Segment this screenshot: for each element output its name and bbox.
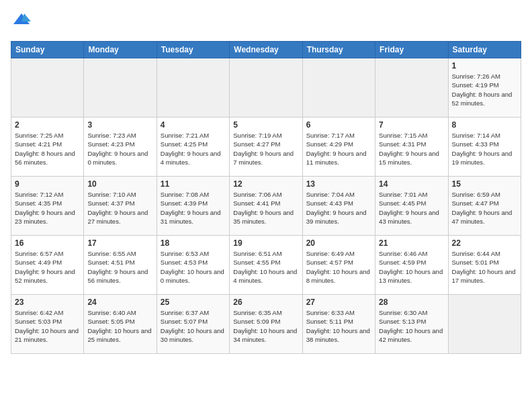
weekday-header-thursday: Thursday [302,42,375,58]
day-number: 5 [233,120,298,130]
day-number: 14 [379,179,444,189]
day-number: 7 [379,120,444,130]
calendar-cell [448,295,521,354]
day-info: Sunrise: 6:49 AM Sunset: 4:57 PM Dayligh… [306,249,371,285]
day-number: 26 [233,298,298,307]
calendar-cell: 7Sunrise: 7:15 AM Sunset: 4:31 PM Daylig… [375,118,448,177]
day-number: 19 [233,238,298,248]
day-number: 24 [87,298,152,307]
day-info: Sunrise: 6:33 AM Sunset: 5:11 PM Dayligh… [306,308,371,344]
day-number: 2 [15,120,80,130]
calendar-cell: 13Sunrise: 7:04 AM Sunset: 4:43 PM Dayli… [302,177,375,236]
day-info: Sunrise: 7:14 AM Sunset: 4:33 PM Dayligh… [452,131,517,167]
calendar-cell: 20Sunrise: 6:49 AM Sunset: 4:57 PM Dayli… [302,236,375,295]
day-info: Sunrise: 6:59 AM Sunset: 4:47 PM Dayligh… [452,190,517,226]
weekday-header-sunday: Sunday [11,42,84,58]
day-number: 12 [233,179,298,189]
calendar-cell [302,58,375,118]
day-number: 25 [161,298,226,307]
calendar-cell: 5Sunrise: 7:19 AM Sunset: 4:27 PM Daylig… [230,118,302,177]
day-number: 10 [87,179,152,189]
day-info: Sunrise: 7:06 AM Sunset: 4:41 PM Dayligh… [233,190,298,226]
day-number: 6 [306,120,371,130]
calendar-cell [11,58,84,118]
day-number: 8 [452,120,517,130]
weekday-header-monday: Monday [84,42,157,58]
day-info: Sunrise: 6:57 AM Sunset: 4:49 PM Dayligh… [15,249,80,285]
calendar-cell: 24Sunrise: 6:40 AM Sunset: 5:05 PM Dayli… [84,295,157,354]
calendar-cell: 3Sunrise: 7:23 AM Sunset: 4:23 PM Daylig… [84,118,157,177]
day-info: Sunrise: 6:40 AM Sunset: 5:05 PM Dayligh… [87,308,152,344]
day-info: Sunrise: 7:17 AM Sunset: 4:29 PM Dayligh… [306,131,371,167]
calendar-cell: 15Sunrise: 6:59 AM Sunset: 4:47 PM Dayli… [448,177,521,236]
calendar-header-row: SundayMondayTuesdayWednesdayThursdayFrid… [11,42,521,58]
calendar-cell: 18Sunrise: 6:53 AM Sunset: 4:53 PM Dayli… [157,236,229,295]
day-info: Sunrise: 6:37 AM Sunset: 5:07 PM Dayligh… [161,308,226,344]
calendar-cell: 2Sunrise: 7:25 AM Sunset: 4:21 PM Daylig… [11,118,84,177]
calendar-cell: 17Sunrise: 6:55 AM Sunset: 4:51 PM Dayli… [84,236,157,295]
day-info: Sunrise: 6:46 AM Sunset: 4:59 PM Dayligh… [379,249,444,285]
day-number: 20 [306,238,371,248]
day-number: 4 [161,120,226,130]
calendar-week-3: 9Sunrise: 7:12 AM Sunset: 4:35 PM Daylig… [11,177,521,236]
weekday-header-tuesday: Tuesday [157,42,229,58]
calendar-cell: 11Sunrise: 7:08 AM Sunset: 4:39 PM Dayli… [157,177,229,236]
day-number: 16 [15,238,80,248]
calendar-cell: 10Sunrise: 7:10 AM Sunset: 4:37 PM Dayli… [84,177,157,236]
day-number: 11 [161,179,226,189]
logo [11,11,31,33]
day-number: 22 [452,238,517,248]
day-number: 1 [452,61,517,71]
day-info: Sunrise: 6:30 AM Sunset: 5:13 PM Dayligh… [379,308,444,344]
day-number: 9 [15,179,80,189]
calendar-cell: 19Sunrise: 6:51 AM Sunset: 4:55 PM Dayli… [230,236,302,295]
day-number: 18 [161,238,226,248]
day-info: Sunrise: 7:10 AM Sunset: 4:37 PM Dayligh… [87,190,152,226]
calendar-cell: 27Sunrise: 6:33 AM Sunset: 5:11 PM Dayli… [302,295,375,354]
calendar-week-2: 2Sunrise: 7:25 AM Sunset: 4:21 PM Daylig… [11,118,521,177]
day-info: Sunrise: 7:19 AM Sunset: 4:27 PM Dayligh… [233,131,298,167]
calendar-week-5: 23Sunrise: 6:42 AM Sunset: 5:03 PM Dayli… [11,295,521,354]
day-info: Sunrise: 6:44 AM Sunset: 5:01 PM Dayligh… [452,249,517,285]
weekday-header-friday: Friday [375,42,448,58]
page-header [11,11,521,33]
weekday-header-saturday: Saturday [448,42,521,58]
weekday-header-wednesday: Wednesday [230,42,302,58]
calendar-cell: 6Sunrise: 7:17 AM Sunset: 4:29 PM Daylig… [302,118,375,177]
day-number: 3 [87,120,152,130]
day-info: Sunrise: 7:21 AM Sunset: 4:25 PM Dayligh… [161,131,226,167]
day-info: Sunrise: 7:25 AM Sunset: 4:21 PM Dayligh… [15,131,80,167]
calendar-cell: 26Sunrise: 6:35 AM Sunset: 5:09 PM Dayli… [230,295,302,354]
calendar-cell: 22Sunrise: 6:44 AM Sunset: 5:01 PM Dayli… [448,236,521,295]
day-info: Sunrise: 6:35 AM Sunset: 5:09 PM Dayligh… [233,308,298,344]
day-info: Sunrise: 7:04 AM Sunset: 4:43 PM Dayligh… [306,190,371,226]
day-info: Sunrise: 6:55 AM Sunset: 4:51 PM Dayligh… [87,249,152,285]
calendar-week-1: 1Sunrise: 7:26 AM Sunset: 4:19 PM Daylig… [11,58,521,118]
day-number: 23 [15,298,80,307]
day-number: 27 [306,298,371,307]
calendar-cell: 25Sunrise: 6:37 AM Sunset: 5:07 PM Dayli… [157,295,229,354]
calendar-cell: 23Sunrise: 6:42 AM Sunset: 5:03 PM Dayli… [11,295,84,354]
day-info: Sunrise: 7:23 AM Sunset: 4:23 PM Dayligh… [87,131,152,167]
calendar-cell: 8Sunrise: 7:14 AM Sunset: 4:33 PM Daylig… [448,118,521,177]
calendar-cell: 21Sunrise: 6:46 AM Sunset: 4:59 PM Dayli… [375,236,448,295]
day-info: Sunrise: 6:51 AM Sunset: 4:55 PM Dayligh… [233,249,298,285]
day-info: Sunrise: 7:01 AM Sunset: 4:45 PM Dayligh… [379,190,444,226]
day-number: 28 [379,298,444,307]
calendar-cell [157,58,229,118]
calendar-cell [84,58,157,118]
calendar-body: 1Sunrise: 7:26 AM Sunset: 4:19 PM Daylig… [11,58,521,354]
calendar-cell: 16Sunrise: 6:57 AM Sunset: 4:49 PM Dayli… [11,236,84,295]
day-info: Sunrise: 6:42 AM Sunset: 5:03 PM Dayligh… [15,308,80,344]
calendar-cell: 9Sunrise: 7:12 AM Sunset: 4:35 PM Daylig… [11,177,84,236]
calendar-table: SundayMondayTuesdayWednesdayThursdayFrid… [11,41,521,354]
calendar-cell [375,58,448,118]
day-info: Sunrise: 7:15 AM Sunset: 4:31 PM Dayligh… [379,131,444,167]
day-info: Sunrise: 6:53 AM Sunset: 4:53 PM Dayligh… [161,249,226,285]
day-info: Sunrise: 7:26 AM Sunset: 4:19 PM Dayligh… [452,72,517,107]
day-number: 13 [306,179,371,189]
day-number: 17 [87,238,152,248]
day-number: 15 [452,179,517,189]
calendar-cell: 28Sunrise: 6:30 AM Sunset: 5:13 PM Dayli… [375,295,448,354]
logo-icon [12,11,31,30]
